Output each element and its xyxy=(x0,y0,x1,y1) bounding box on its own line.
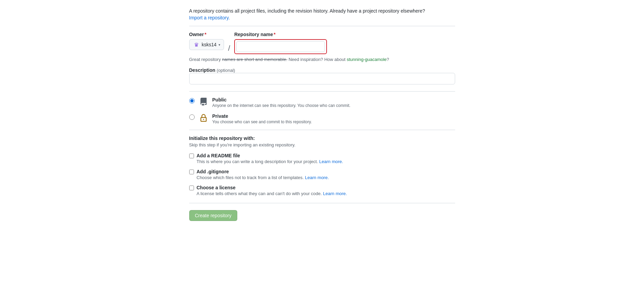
crown-icon: ♛ xyxy=(194,42,199,48)
repo-public-icon xyxy=(198,96,209,107)
suggestion-strikethrough: names are short and memorable. xyxy=(222,57,287,62)
description-label: Description (optional) xyxy=(189,67,235,73)
create-repository-button[interactable]: Create repository xyxy=(189,210,237,221)
private-option[interactable]: Private You choose who can see and commi… xyxy=(189,113,455,124)
readme-learn-link[interactable]: Learn more. xyxy=(319,159,343,164)
gitignore-learn-link[interactable]: Learn more. xyxy=(305,175,329,180)
description-section: Description (optional) xyxy=(189,67,455,84)
license-title: Choose a license xyxy=(197,185,455,190)
slash-separator: / xyxy=(227,44,231,54)
readme-title: Add a README file xyxy=(197,153,455,158)
owner-username: ksks14 xyxy=(202,42,217,47)
suggestion-middle: Need inspiration? How about xyxy=(287,57,347,62)
private-title: Private xyxy=(212,113,455,119)
gitignore-info: Add .gitignore Choose which files not to… xyxy=(197,169,455,180)
submit-section: Create repository xyxy=(189,203,455,221)
public-radio[interactable] xyxy=(189,98,195,104)
owner-avatar: ♛ xyxy=(193,41,200,48)
chevron-down-icon: ▾ xyxy=(219,43,220,47)
readme-option: Add a README file This is where you can … xyxy=(189,153,455,164)
owner-repo-row: Owner* ♛ ksks14 ▾ / Repository name* xyxy=(189,32,455,54)
private-desc: You choose who can see and commit to thi… xyxy=(212,120,455,124)
divider-top xyxy=(189,26,455,26)
owner-field-group: Owner* ♛ ksks14 ▾ xyxy=(189,32,224,50)
optional-text: (optional) xyxy=(216,68,235,73)
init-section: Initialize this repository with: Skip th… xyxy=(189,130,455,196)
repo-name-required-star: * xyxy=(274,32,275,37)
page-container: A repository contains all project files,… xyxy=(182,0,462,229)
readme-checkbox[interactable] xyxy=(189,154,194,158)
repo-name-highlight-box xyxy=(234,39,327,54)
public-desc: Anyone on the internet can see this repo… xyxy=(212,103,455,108)
visibility-section: Public Anyone on the internet can see th… xyxy=(189,97,455,124)
license-checkbox[interactable] xyxy=(189,186,194,190)
license-option: Choose a license A license tells others … xyxy=(189,185,455,196)
repo-name-input[interactable] xyxy=(236,41,325,52)
license-learn-link[interactable]: Learn more. xyxy=(323,191,347,196)
suggestion-text: Great repository names are short and mem… xyxy=(189,57,455,62)
license-info: Choose a license A license tells others … xyxy=(197,185,455,196)
owner-label: Owner* xyxy=(189,32,224,37)
gitignore-option: Add .gitignore Choose which files not to… xyxy=(189,169,455,180)
public-option[interactable]: Public Anyone on the internet can see th… xyxy=(189,97,455,108)
readme-desc: This is where you can write a long descr… xyxy=(197,159,455,164)
readme-info: Add a README file This is where you can … xyxy=(197,153,455,164)
private-radio[interactable] xyxy=(189,114,195,120)
owner-required-star: * xyxy=(205,32,206,37)
divider-visibility xyxy=(189,91,455,92)
license-desc: A license tells others what they can and… xyxy=(197,191,455,196)
intro-description: A repository contains all project files,… xyxy=(189,8,455,14)
gitignore-checkbox[interactable] xyxy=(189,170,194,174)
private-info: Private You choose who can see and commi… xyxy=(212,113,455,124)
import-link[interactable]: Import a repository. xyxy=(189,15,230,20)
init-subtitle: Skip this step if you're importing an ex… xyxy=(189,142,455,147)
gitignore-title: Add .gitignore xyxy=(197,169,455,174)
suggestion-name: stunning-guacamole xyxy=(347,57,387,62)
owner-dropdown[interactable]: ♛ ksks14 ▾ xyxy=(189,39,224,50)
public-info: Public Anyone on the internet can see th… xyxy=(212,97,455,108)
public-title: Public xyxy=(212,97,455,102)
lock-icon xyxy=(198,113,209,124)
gitignore-desc: Choose which files not to track from a l… xyxy=(197,175,455,180)
description-input[interactable] xyxy=(189,73,455,84)
suggestion-prefix: Great repository xyxy=(189,57,222,62)
repo-name-field-group: Repository name* xyxy=(234,32,327,54)
init-title: Initialize this repository with: xyxy=(189,136,455,141)
repo-name-label: Repository name* xyxy=(234,32,327,37)
suggestion-suffix: ? xyxy=(387,57,389,62)
